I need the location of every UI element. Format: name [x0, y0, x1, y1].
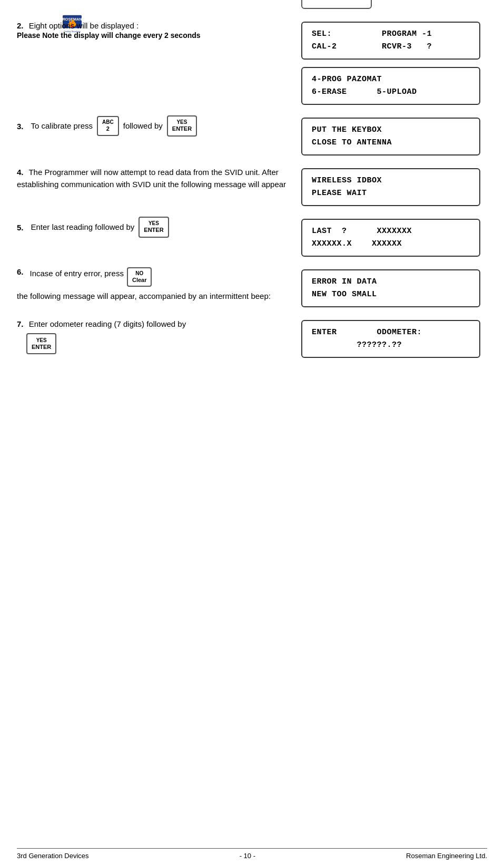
step-4-display: WIRELESS IDBOX PLEASE WAIT: [301, 168, 480, 206]
abc2-key[interactable]: ABC 2: [97, 116, 119, 136]
step-7-number: 7.: [17, 319, 24, 328]
step-3-yes-bottom: ENTER: [172, 125, 192, 132]
step-5-yes-top: YES: [149, 220, 159, 227]
abc2-key-top: ABC: [102, 119, 114, 125]
step-6-text-after: the following message will appear, accom…: [17, 290, 271, 302]
step-3-number: 3.: [17, 122, 24, 131]
onoff-button[interactable]: On / Off: [301, 0, 372, 9]
step-5-left: 5. Enter last reading followed by YES EN…: [17, 217, 301, 238]
step-2-right: SEL: PROGRAM -1 CAL-2 RCVR-3 ? 4-PROG PA…: [301, 20, 501, 105]
step-7-display: ENTER ODOMETER: ??????.??: [301, 320, 480, 358]
footer-center: - 10 -: [89, 852, 406, 860]
step-2-left: 2. Eight options will be displayed : Ple…: [17, 20, 301, 46]
step-6-line2: NEW TOO SMALL: [312, 288, 470, 301]
step-2-display-2: 4-PROG PAZOMAT 6-ERASE 5-UPLOAD: [301, 67, 480, 105]
step-7-right: ENTER ODOMETER: ??????.??: [301, 318, 501, 358]
step-6-right: ERROR IN DATA NEW TOO SMALL: [301, 267, 501, 307]
step-4-number: 4.: [17, 168, 24, 177]
no-clear-key[interactable]: NO Clear: [127, 267, 152, 287]
step-3-text-before: To calibrate press: [31, 120, 93, 132]
step-2-display-2-line1: 4-PROG PAZOMAT: [312, 73, 470, 86]
step-7-yes-top: YES: [36, 337, 47, 344]
step-3-display: PUT THE KEYBOX CLOSE TO ANTENNA: [301, 118, 480, 155]
step-2-display-2-line2: 6-ERASE 5-UPLOAD: [312, 86, 470, 99]
step-3: 3. To calibrate press ABC 2 followed by …: [17, 115, 487, 155]
step-3-inline: 3. To calibrate press ABC 2 followed by …: [17, 115, 291, 137]
step-7-text-before: Enter odometer reading (7 digits) follow…: [29, 319, 186, 328]
step-4-line1: WIRELESS IDBOX: [312, 174, 470, 187]
step-3-text-after: followed by: [123, 120, 163, 132]
step-2: 2. Eight options will be displayed : Ple…: [17, 20, 487, 105]
footer: 3rd Generation Devices - 10 - Roseman En…: [17, 848, 487, 860]
step-4-text: The Programmer will now attempt to read …: [17, 168, 286, 189]
step-4: 4. The Programmer will now attempt to re…: [17, 166, 487, 206]
step-7-yes-bottom: ENTER: [32, 344, 51, 351]
step-4-line2: PLEASE WAIT: [312, 187, 470, 200]
step-1-right: On / Off: [301, 0, 501, 9]
step-6: 6. Incase of entry error, press NO Clear…: [17, 267, 487, 307]
step-2-display-1: SEL: PROGRAM -1 CAL-2 RCVR-3 ?: [301, 22, 480, 60]
step-5-line1: LAST ? XXXXXXX: [312, 225, 470, 238]
step-7: 7. Enter odometer reading (7 digits) fol…: [17, 318, 487, 358]
footer-left: 3rd Generation Devices: [17, 852, 89, 860]
step-2-display-1-line2: CAL-2 RCVR-3 ?: [312, 41, 470, 53]
step-3-line2: CLOSE TO ANTENNA: [312, 137, 470, 149]
step-5-line2: XXXXXX.X XXXXXX: [312, 238, 470, 250]
no-key-bottom: Clear: [132, 277, 147, 284]
step-6-display: ERROR IN DATA NEW TOO SMALL: [301, 269, 480, 307]
step-5-yes-enter-key[interactable]: YES ENTER: [139, 217, 169, 238]
step-2-note-row: Please Note the display will change ever…: [17, 31, 291, 40]
step-2-display-stack: SEL: PROGRAM -1 CAL-2 RCVR-3 ? 4-PROG PA…: [301, 20, 501, 105]
step-5-inline: 5. Enter last reading followed by YES EN…: [17, 217, 291, 238]
abc2-key-bottom: 2: [106, 125, 110, 132]
step-5-right: LAST ? XXXXXXX XXXXXX.X XXXXXX: [301, 217, 501, 257]
step-2-display-1-line1: SEL: PROGRAM -1: [312, 28, 470, 41]
step-5-display: LAST ? XXXXXXX XXXXXX.X XXXXXX: [301, 219, 480, 257]
page-wrapper: ROSEMAN Fueling Simplicity ROSEMAN: [0, 0, 504, 865]
step-4-right: WIRELESS IDBOX PLEASE WAIT: [301, 166, 501, 206]
step-6-number: 6.: [17, 267, 24, 276]
step-7-yes-enter-key[interactable]: YES ENTER: [26, 333, 56, 354]
step-6-left: 6. Incase of entry error, press NO Clear…: [17, 267, 301, 302]
step-2-number: 2.: [17, 21, 24, 30]
step-5-text-before: Enter last reading followed by: [31, 221, 135, 233]
step-6-line1: ERROR IN DATA: [312, 276, 470, 288]
step-6-inline: 6. Incase of entry error, press NO Clear…: [17, 267, 291, 302]
step-7-line1: ENTER ODOMETER:: [312, 326, 470, 339]
step-7-left: 7. Enter odometer reading (7 digits) fol…: [17, 318, 301, 354]
step-5: 5. Enter last reading followed by YES EN…: [17, 217, 487, 257]
step-5-number: 5.: [17, 223, 24, 232]
step-3-right: PUT THE KEYBOX CLOSE TO ANTENNA: [301, 115, 501, 155]
step-4-left: 4. The Programmer will now attempt to re…: [17, 166, 301, 191]
step-1: 1. Turn ON the programmer by pressing th…: [17, 0, 487, 9]
footer-right: Roseman Engineering Ltd.: [406, 852, 487, 860]
step-3-line1: PUT THE KEYBOX: [312, 124, 470, 137]
step-5-yes-bottom: ENTER: [144, 227, 163, 234]
step-7-line2: ??????.??: [312, 339, 470, 352]
step-3-yes-top: YES: [176, 119, 187, 125]
step-2-text: Eight options will be displayed :: [29, 21, 139, 30]
no-key-top: NO: [135, 270, 143, 277]
step-6-text-before: Incase of entry error, press: [30, 267, 124, 279]
step-3-yes-enter-key[interactable]: YES ENTER: [167, 115, 197, 137]
main-content: Wireles Odometer Reader programming 1. T…: [17, 0, 487, 368]
step-2-note: Please Note the display will change ever…: [17, 31, 201, 40]
step-3-left: 3. To calibrate press ABC 2 followed by …: [17, 115, 301, 137]
